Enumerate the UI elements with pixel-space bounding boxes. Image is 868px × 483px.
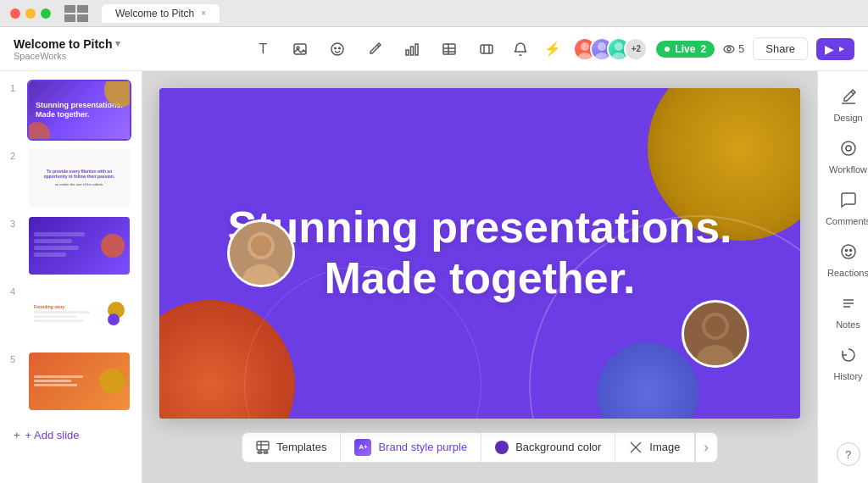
canvas-area: Stunning presentations. Made together.: [142, 71, 817, 483]
image-tool-button[interactable]: [288, 37, 312, 61]
svg-rect-0: [294, 44, 306, 54]
workflow-label: Workflow: [829, 164, 867, 175]
slide-item-4: 4 Founding story: [10, 283, 131, 344]
history-label: History: [833, 371, 862, 381]
image-button[interactable]: Image: [615, 432, 694, 463]
svg-point-31: [705, 316, 726, 336]
slide-thumbnail-2[interactable]: To provide every Martian with an opportu…: [27, 147, 131, 208]
avatar-right-face: [684, 303, 747, 365]
main-slide-canvas[interactable]: Stunning presentations. Made together.: [159, 88, 800, 419]
app-grid-icon[interactable]: [64, 5, 88, 22]
title-text: Welcome to Pitch: [14, 37, 112, 51]
svg-point-17: [598, 42, 606, 51]
slide-number-5: 5: [10, 354, 22, 364]
svg-point-41: [846, 146, 851, 151]
pen-tool-button[interactable]: [363, 37, 387, 61]
svg-point-40: [842, 142, 855, 155]
workflow-panel-button[interactable]: Workflow: [823, 133, 869, 181]
slide-item-3: 3: [10, 215, 131, 276]
svg-point-21: [724, 46, 734, 53]
minimize-window-button[interactable]: [25, 8, 36, 19]
more-options-button[interactable]: ›: [695, 432, 718, 463]
tab-close-icon[interactable]: ×: [201, 8, 206, 18]
svg-point-19: [615, 42, 623, 51]
slide-main-text: Stunning presentations. Made together.: [225, 203, 734, 304]
maximize-window-button[interactable]: [41, 8, 51, 19]
design-panel-button[interactable]: Design: [823, 81, 869, 130]
history-icon: [840, 347, 857, 368]
emoji-tool-button[interactable]: [326, 37, 349, 61]
templates-button[interactable]: Templates: [242, 432, 340, 463]
workspace-name: SpaceWorks: [14, 51, 241, 61]
add-slide-button[interactable]: + + Add slide: [10, 422, 131, 448]
title-chevron-icon[interactable]: ▾: [115, 38, 120, 49]
svg-point-43: [845, 250, 847, 252]
svg-marker-23: [839, 47, 844, 52]
background-color-button[interactable]: Background color: [481, 432, 615, 463]
svg-rect-7: [415, 44, 418, 55]
slide-item-2: 2 To provide every Martian with an oppor…: [10, 147, 131, 208]
live-count: 2: [700, 43, 706, 55]
live-indicator: Live 2: [656, 41, 715, 58]
collaborator-avatars: +2: [573, 37, 648, 61]
svg-rect-8: [443, 44, 455, 54]
lightning-icon[interactable]: ⚡: [541, 37, 565, 61]
notes-panel-button[interactable]: Notes: [823, 288, 869, 336]
title-bar: Welcome to Pitch ×: [0, 0, 868, 27]
slide-thumbnail-4[interactable]: Founding story: [27, 283, 131, 344]
background-color-label: Background color: [515, 441, 601, 453]
avatar-left-face: [230, 222, 292, 285]
document-tab[interactable]: Welcome to Pitch ×: [102, 4, 220, 23]
comments-panel-button[interactable]: Comments: [823, 185, 869, 233]
present-button[interactable]: ▶: [816, 38, 854, 60]
workflow-icon: [840, 140, 857, 161]
history-panel-button[interactable]: History: [823, 340, 869, 388]
templates-icon: [256, 441, 270, 454]
slide-thumbnail-5[interactable]: [27, 351, 131, 412]
main-toolbar: Welcome to Pitch ▾ SpaceWorks T ⚡: [0, 27, 868, 71]
svg-rect-35: [258, 452, 262, 453]
svg-point-22: [727, 47, 731, 51]
reactions-label: Reactions: [827, 268, 868, 278]
comments-icon: [840, 192, 857, 213]
svg-rect-32: [257, 441, 269, 450]
svg-rect-5: [406, 50, 409, 55]
slide-number-4: 4: [10, 286, 22, 297]
viewers-number: 5: [738, 42, 744, 55]
slide-thumbnail-3[interactable]: [27, 215, 131, 276]
svg-rect-36: [264, 452, 268, 453]
notes-icon: [840, 295, 857, 316]
slide-thumbnail-1[interactable]: Stunning presentations.Made together.: [27, 80, 131, 141]
background-color-swatch: [495, 441, 509, 454]
table-tool-button[interactable]: [437, 37, 461, 61]
design-label: Design: [833, 113, 862, 123]
share-button[interactable]: Share: [753, 37, 808, 60]
close-window-button[interactable]: [10, 8, 20, 19]
reactions-panel-button[interactable]: Reactions: [823, 236, 869, 285]
text-tool-button[interactable]: T: [251, 37, 275, 61]
notifications-icon[interactable]: [509, 37, 532, 61]
chart-tool-button[interactable]: [400, 37, 424, 61]
tool-group: T: [251, 37, 498, 61]
slide-number-3: 3: [10, 219, 22, 229]
svg-rect-12: [481, 45, 492, 53]
help-button[interactable]: ?: [837, 442, 860, 466]
notes-label: Notes: [836, 319, 860, 330]
plus-icon: +: [14, 429, 20, 441]
design-icon: [840, 88, 857, 109]
right-panel: Design Workflow Comments Reactions Notes: [817, 71, 868, 483]
collaborator-avatar-right: [682, 300, 749, 368]
comments-label: Comments: [826, 216, 868, 226]
embed-tool-button[interactable]: [475, 37, 498, 61]
svg-point-15: [581, 42, 589, 51]
document-title-area: Welcome to Pitch ▾ SpaceWorks: [14, 37, 241, 61]
document-title[interactable]: Welcome to Pitch ▾: [14, 37, 241, 51]
slide-bottom-toolbar: Templates A+ Brand style purple Backgrou…: [242, 429, 718, 466]
help-icon: ?: [845, 448, 851, 461]
avatar-overflow-count: +2: [624, 37, 648, 61]
add-slide-label: + Add slide: [25, 429, 80, 441]
brand-style-button[interactable]: A+ Brand style purple: [340, 432, 481, 463]
tab-label: Welcome to Pitch: [115, 8, 194, 19]
slide-item-1: 1 Stunning presentations.Made together.: [10, 80, 131, 141]
live-dot-icon: [665, 47, 670, 52]
